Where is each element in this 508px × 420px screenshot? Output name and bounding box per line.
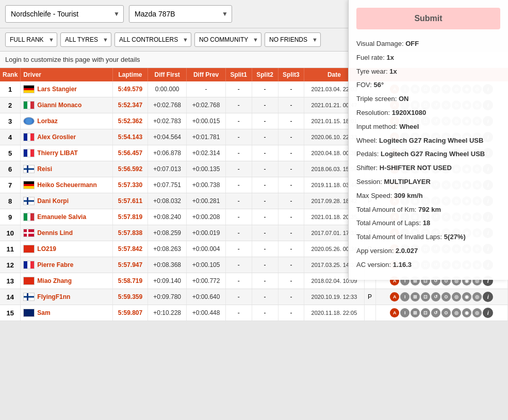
laptime-cell: 5:57.611 — [113, 193, 148, 209]
p-cell: P — [364, 289, 375, 305]
community-filter-wrapper[interactable]: NO COMMUNITY ▼ — [194, 32, 261, 47]
icon-badge[interactable]: ◎ — [472, 308, 482, 317]
driver-link[interactable]: Reisi — [37, 165, 52, 173]
icon-badge[interactable]: ◉ — [462, 308, 471, 317]
driver-link[interactable]: Alex Groslier — [37, 133, 76, 141]
flag-icon — [23, 245, 35, 253]
panel-label: Triple screen: — [356, 95, 397, 103]
panel-rows: Visual Damage: OFFFuel rate: 1xTyre wear… — [356, 37, 500, 272]
col-laptime: Laptime — [113, 68, 148, 81]
track-dropdown-wrapper[interactable]: Nordschleife - Tourist ▼ — [5, 5, 124, 23]
split1-cell: - — [225, 273, 252, 289]
tyres-filter[interactable]: ALL TYRES — [60, 32, 111, 47]
panel-label: Fuel rate: — [356, 54, 385, 61]
icon-badge[interactable]: A — [390, 308, 399, 317]
icon-badge[interactable]: ◎ — [472, 292, 482, 301]
friends-filter[interactable]: NO FRIENDS — [265, 32, 321, 47]
diff-first-cell: +0:04.564 — [148, 129, 187, 145]
track-select[interactable]: Nordschleife - Tourist — [5, 5, 124, 23]
rank-filter[interactable]: FULL RANK — [5, 32, 57, 47]
icon-badge[interactable]: ↺ — [431, 308, 440, 317]
icon-badge[interactable]: A — [390, 292, 399, 301]
controllers-filter-wrapper[interactable]: ALL CONTROLLERS ▼ — [114, 32, 191, 47]
split2-cell: - — [252, 113, 278, 129]
split1-cell: - — [225, 161, 252, 177]
diff-prev-cell: +0:01.781 — [187, 129, 225, 145]
info-button[interactable]: i — [483, 308, 493, 318]
submit-button[interactable]: Submit — [356, 8, 500, 29]
driver-link[interactable]: Lorbaz — [37, 117, 57, 125]
driver-link[interactable]: Miao Zhang — [37, 277, 72, 284]
panel-value: H-SHIFTER NOT USED — [380, 164, 452, 172]
info-button[interactable]: i — [483, 292, 493, 302]
icon-badge[interactable]: ◎ — [452, 292, 461, 301]
diff-first-cell: +0:02.783 — [148, 113, 187, 129]
panel-info-row: Resolution: 1920X1080 — [356, 106, 500, 120]
icon-badge[interactable]: I — [400, 292, 409, 301]
laptime-cell: 5:56.592 — [113, 161, 148, 177]
icon-badge[interactable]: ⊞ — [411, 308, 420, 317]
diff-prev-cell: +0:02.314 — [187, 145, 225, 161]
driver-link[interactable]: Sam — [37, 309, 50, 316]
panel-info-row: Shifter: H-SHIFTER NOT USED — [356, 161, 500, 175]
p-cell — [364, 305, 375, 321]
icon-badge[interactable]: ⊡ — [421, 308, 430, 317]
rank-cell: 2 — [0, 97, 21, 113]
driver-link[interactable]: Emanuele Salvia — [37, 213, 86, 221]
driver-link[interactable]: Thierry LIBAT — [37, 149, 77, 157]
diff-prev-cell: +0:00.004 — [187, 241, 225, 257]
rank-cell: 10 — [0, 225, 21, 241]
icons-cell: AI⊞⊡↺⊙◎◉◎i — [375, 305, 507, 321]
split1-cell: - — [225, 241, 252, 257]
icon-row: AI⊞⊡↺⊙◎◉◎i — [379, 308, 505, 318]
icon-badge[interactable]: ⊡ — [421, 292, 430, 301]
friends-filter-wrapper[interactable]: NO FRIENDS ▼ — [265, 32, 321, 47]
panel-info-row: Session: MULTIPLAYER — [356, 175, 500, 189]
driver-link[interactable]: Pierre Fabre — [37, 261, 73, 268]
community-filter[interactable]: NO COMMUNITY — [194, 32, 261, 47]
table-row: 15Sam5:59.807+0:10.228+0:00.448---2020.1… — [0, 305, 508, 321]
icon-badge[interactable]: ⊞ — [411, 292, 420, 301]
flag-icon — [23, 197, 35, 205]
panel-value: MULTIPLAYER — [384, 178, 431, 186]
panel-value: 309 km/h — [394, 192, 423, 199]
icon-badge[interactable]: ◎ — [452, 308, 461, 317]
split1-cell: - — [225, 113, 252, 129]
driver-link[interactable]: Lars Stangier — [37, 86, 77, 93]
driver-link[interactable]: LO219 — [37, 245, 56, 253]
rank-cell: 4 — [0, 129, 21, 145]
split2-cell: - — [252, 209, 278, 225]
rank-filter-wrapper[interactable]: FULL RANK ▼ — [5, 32, 57, 47]
driver-cell: Emanuele Salvia — [21, 209, 113, 225]
icon-badge[interactable]: ⊙ — [441, 308, 451, 317]
panel-info-row: Total Amount of Km: 792 km — [356, 203, 500, 217]
icon-badge[interactable]: ⊙ — [441, 292, 451, 301]
driver-cell: Alex Groslier — [21, 129, 113, 145]
split3-cell: - — [278, 289, 304, 305]
diff-prev-cell: +0:00.105 — [187, 257, 225, 273]
diff-first-cell: +0:07.751 — [148, 177, 187, 193]
diff-prev-cell: +0:00.640 — [187, 289, 225, 305]
driver-link[interactable]: Dani Korpi — [37, 197, 69, 205]
icon-badge[interactable]: I — [400, 308, 409, 317]
panel-info-row: AC version: 1.16.3 — [356, 258, 500, 272]
driver-link[interactable]: Heiko Scheuermann — [37, 181, 96, 189]
panel-label: App version: — [356, 247, 394, 255]
rank-cell: 3 — [0, 113, 21, 129]
split1-cell: - — [225, 97, 252, 113]
diff-prev-cell: +0:00.772 — [187, 273, 225, 289]
car-dropdown-wrapper[interactable]: Mazda 787B ▼ — [129, 5, 232, 23]
controllers-filter[interactable]: ALL CONTROLLERS — [114, 32, 191, 47]
tyres-filter-wrapper[interactable]: ALL TYRES ▼ — [60, 32, 111, 47]
split2-cell: - — [252, 97, 278, 113]
car-select[interactable]: Mazda 787B — [129, 5, 232, 23]
driver-link[interactable]: FlyingF1nn — [37, 293, 70, 300]
driver-link[interactable]: Dennis Lind — [37, 229, 73, 237]
split3-cell: - — [278, 209, 304, 225]
diff-first-cell: +0:10.228 — [148, 305, 187, 321]
driver-link[interactable]: Gianni Monaco — [37, 102, 81, 109]
icon-badge[interactable]: ↺ — [431, 292, 440, 301]
driver-cell: Pierre Fabre — [21, 257, 113, 273]
split2-cell: - — [252, 177, 278, 193]
icon-badge[interactable]: ◉ — [462, 292, 471, 301]
